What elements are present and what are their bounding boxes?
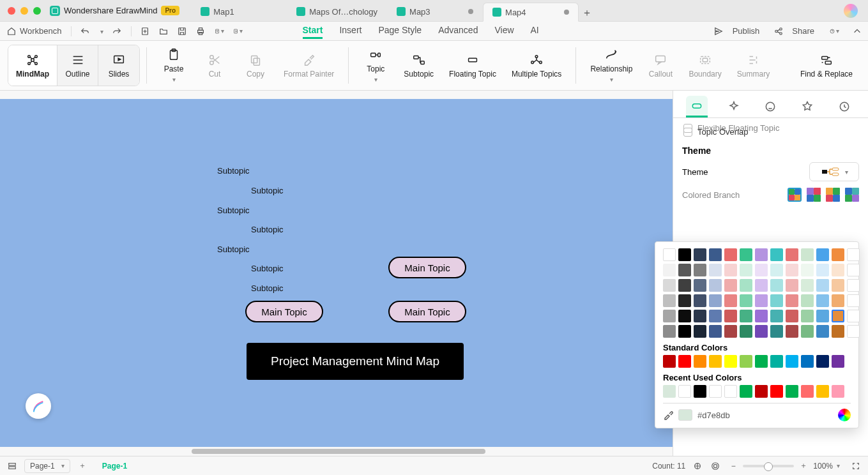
panel-tab-history[interactable] bbox=[834, 96, 855, 117]
theme-select[interactable]: ▾ bbox=[809, 162, 859, 181]
color-swatch[interactable] bbox=[678, 325, 691, 338]
menu-view[interactable]: View bbox=[494, 23, 514, 39]
zoom-slider[interactable] bbox=[743, 465, 794, 467]
callout-button[interactable]: Callout bbox=[640, 45, 681, 86]
color-swatch[interactable] bbox=[724, 248, 737, 261]
view-slides-button[interactable]: Slides bbox=[98, 45, 139, 86]
color-swatch[interactable] bbox=[678, 310, 691, 322]
color-swatch[interactable] bbox=[816, 385, 829, 398]
color-swatch[interactable] bbox=[678, 294, 691, 307]
color-swatch[interactable] bbox=[663, 279, 676, 292]
color-swatch[interactable] bbox=[786, 248, 798, 261]
color-swatch[interactable] bbox=[847, 264, 860, 276]
color-swatch[interactable] bbox=[847, 310, 860, 322]
color-swatch[interactable] bbox=[786, 279, 798, 292]
export-button[interactable] bbox=[215, 26, 224, 36]
color-swatch[interactable] bbox=[832, 279, 844, 292]
undo-button[interactable] bbox=[80, 26, 90, 36]
color-swatch[interactable] bbox=[678, 385, 691, 398]
color-swatch[interactable] bbox=[801, 279, 814, 292]
color-swatch[interactable] bbox=[694, 279, 706, 292]
color-swatch[interactable] bbox=[740, 385, 752, 398]
color-swatch[interactable] bbox=[724, 279, 737, 292]
subtopic-node[interactable]: Subtopic bbox=[251, 225, 284, 234]
color-swatch[interactable] bbox=[755, 325, 768, 338]
color-swatch[interactable] bbox=[678, 355, 691, 368]
format-painter-button[interactable]: Format Painter bbox=[276, 45, 342, 86]
color-swatch[interactable] bbox=[663, 325, 676, 338]
fullscreen-button[interactable] bbox=[850, 462, 862, 471]
color-swatch[interactable] bbox=[709, 325, 722, 338]
color-swatch[interactable] bbox=[663, 310, 676, 322]
panel-collapse-button[interactable]: › bbox=[673, 99, 673, 124]
color-swatch[interactable] bbox=[709, 310, 722, 322]
color-swatch[interactable] bbox=[832, 385, 844, 398]
colored-branch-swatches[interactable] bbox=[788, 188, 859, 202]
color-swatch[interactable] bbox=[694, 385, 706, 398]
color-swatch[interactable] bbox=[755, 294, 768, 307]
workbench-button[interactable]: Workbench bbox=[6, 26, 62, 36]
color-swatch[interactable] bbox=[832, 310, 844, 322]
doc-tab-maps-of[interactable]: Maps Of…chology bbox=[287, 2, 387, 21]
subtopic-node[interactable]: Subtopic bbox=[217, 166, 250, 176]
add-page-button[interactable]: ＋ bbox=[77, 460, 88, 471]
color-swatch[interactable] bbox=[816, 279, 829, 292]
fit-page-button[interactable] bbox=[692, 462, 703, 471]
import-button[interactable] bbox=[233, 26, 243, 36]
color-swatch[interactable] bbox=[786, 264, 798, 276]
panel-tab-emoji[interactable] bbox=[759, 96, 781, 117]
color-swatch[interactable] bbox=[816, 248, 829, 261]
panel-tab-map[interactable] bbox=[686, 96, 708, 117]
color-swatch[interactable] bbox=[786, 325, 798, 338]
color-swatch[interactable] bbox=[816, 355, 829, 368]
doc-tab-map4[interactable]: Map4 bbox=[483, 3, 579, 22]
color-swatch[interactable] bbox=[816, 264, 829, 276]
copy-button[interactable]: Copy bbox=[235, 45, 276, 86]
color-swatch[interactable] bbox=[709, 385, 722, 398]
color-swatch[interactable] bbox=[770, 325, 783, 338]
root-topic-node[interactable]: Project Management Mind Map bbox=[247, 343, 464, 380]
zoom-out-button[interactable]: − bbox=[727, 462, 739, 471]
close-window-icon[interactable] bbox=[8, 7, 15, 15]
cut-button[interactable]: Cut bbox=[194, 45, 235, 86]
subtopic-node[interactable]: Subtopic bbox=[251, 186, 284, 195]
color-swatch[interactable] bbox=[740, 325, 752, 338]
color-swatch[interactable] bbox=[832, 294, 844, 307]
color-swatch[interactable] bbox=[740, 294, 752, 307]
ai-assistant-button[interactable] bbox=[26, 393, 51, 419]
color-swatch[interactable] bbox=[755, 355, 768, 368]
color-swatch[interactable] bbox=[801, 248, 814, 261]
color-swatch[interactable] bbox=[678, 264, 691, 276]
color-swatch[interactable] bbox=[678, 248, 691, 261]
find-replace-button[interactable]: Find & Replace bbox=[793, 45, 860, 86]
color-swatch[interactable] bbox=[709, 264, 722, 276]
color-swatch[interactable] bbox=[740, 310, 752, 322]
color-swatch[interactable] bbox=[801, 385, 814, 398]
page-tab-active[interactable]: Page-1 bbox=[95, 462, 135, 471]
multiple-topics-button[interactable]: Multiple Topics bbox=[504, 45, 569, 86]
color-swatch[interactable] bbox=[694, 294, 706, 307]
subtopic-button[interactable]: Subtopic bbox=[396, 45, 441, 86]
color-swatch[interactable] bbox=[847, 294, 860, 307]
locate-button[interactable] bbox=[710, 462, 721, 471]
color-swatch[interactable] bbox=[755, 279, 768, 292]
color-swatch[interactable] bbox=[724, 264, 737, 276]
color-swatch[interactable] bbox=[770, 385, 783, 398]
color-swatch[interactable] bbox=[709, 294, 722, 307]
color-swatch[interactable] bbox=[816, 310, 829, 322]
color-swatch[interactable] bbox=[770, 248, 783, 261]
floating-topic-button[interactable]: Floating Topic bbox=[441, 45, 504, 86]
color-swatch[interactable] bbox=[786, 355, 798, 368]
color-swatch[interactable] bbox=[709, 279, 722, 292]
help-button[interactable] bbox=[830, 26, 839, 36]
color-swatch[interactable] bbox=[724, 294, 737, 307]
undo-history-dropdown[interactable] bbox=[99, 26, 103, 36]
color-swatch[interactable] bbox=[801, 264, 814, 276]
save-button[interactable] bbox=[178, 26, 187, 36]
new-tab-button[interactable]: ＋ bbox=[579, 4, 595, 21]
color-swatch[interactable] bbox=[801, 310, 814, 322]
more-colors-button[interactable] bbox=[838, 409, 851, 421]
color-swatch[interactable] bbox=[832, 264, 844, 276]
color-swatch[interactable] bbox=[786, 385, 798, 398]
view-mindmap-button[interactable]: MindMap bbox=[8, 45, 57, 86]
